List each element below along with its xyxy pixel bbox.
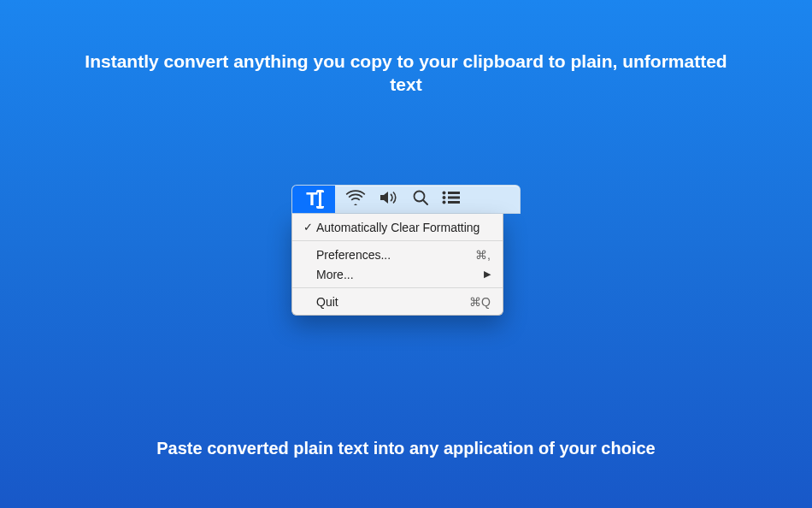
menu-item-more[interactable]: More... ▶ [292, 264, 503, 284]
checkmark-icon: ✓ [301, 221, 315, 233]
svg-point-4 [443, 196, 446, 199]
submenu-arrow-icon: ▶ [484, 269, 491, 280]
svg-rect-3 [448, 192, 460, 194]
menu-item-quit[interactable]: Quit ⌘Q [292, 292, 503, 311]
svg-rect-7 [448, 201, 460, 204]
menu-separator [292, 287, 503, 288]
footer-text: Paste converted plain text into any appl… [0, 439, 812, 458]
search-icon[interactable] [412, 189, 429, 210]
menubar: T [291, 185, 521, 214]
app-window: T [291, 185, 521, 316]
menu-item-preferences[interactable]: Preferences... ⌘, [292, 245, 503, 264]
dropdown-menu: ✓ Automatically Clear Formatting Prefere… [291, 214, 503, 316]
headline-text: Instantly convert anything you copy to y… [0, 50, 812, 97]
svg-point-2 [443, 192, 446, 195]
menu-item-label: More... [315, 268, 484, 281]
app-menubar-item[interactable]: T [292, 186, 335, 213]
menu-item-label: Preferences... [315, 248, 475, 262]
keyboard-shortcut: ⌘Q [469, 295, 491, 309]
volume-icon[interactable] [379, 190, 399, 209]
text-cursor-icon: T [306, 190, 321, 209]
svg-rect-5 [448, 197, 460, 199]
keyboard-shortcut: ⌘, [475, 248, 491, 262]
svg-line-1 [423, 200, 427, 204]
menu-item-auto-clear[interactable]: ✓ Automatically Clear Formatting [292, 217, 503, 237]
menubar-status-icons [335, 189, 520, 210]
wifi-icon[interactable] [345, 190, 366, 209]
list-icon[interactable] [442, 191, 461, 208]
menu-separator [292, 240, 503, 241]
menu-item-label: Automatically Clear Formatting [315, 221, 491, 234]
menu-item-label: Quit [315, 295, 469, 309]
svg-point-6 [443, 201, 446, 204]
